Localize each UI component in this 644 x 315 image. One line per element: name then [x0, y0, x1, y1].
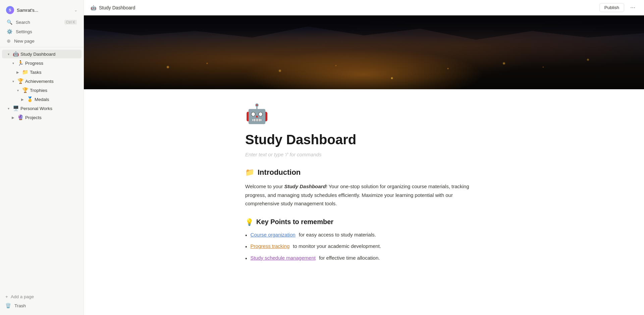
- workspace-avatar: S: [6, 6, 14, 14]
- sidebar: S Samrat's... ⌄ 🔍 Search Ctrl K ⚙️ Setti…: [0, 0, 84, 315]
- projects-icon: 🔮: [17, 114, 24, 120]
- settings-label: Settings: [16, 29, 32, 34]
- add-page-button[interactable]: + Add a page: [0, 293, 84, 301]
- collapse-icon[interactable]: ▾: [10, 78, 16, 84]
- medals-icon: 🥇: [27, 96, 33, 102]
- search-label: Search: [16, 20, 30, 25]
- collapse-icon[interactable]: ▾: [10, 60, 16, 66]
- progress-tracking-text: to monitor your academic development.: [293, 242, 381, 250]
- collapse-icon[interactable]: ▾: [5, 51, 11, 57]
- expand-icon[interactable]: ▶: [10, 114, 16, 120]
- list-item: Progress tracking to monitor your academ…: [245, 242, 483, 251]
- intro-bold-text: Study Dashboard: [284, 183, 326, 189]
- sidebar-item-label: Tasks: [30, 70, 78, 75]
- page-content[interactable]: 🤖 Study Dashboard Enter text or type '/'…: [84, 15, 644, 315]
- hero-banner: [84, 15, 644, 89]
- sidebar-bottom: + Add a page 🗑️ Trash: [0, 291, 84, 312]
- trash-button[interactable]: 🗑️ Trash: [0, 301, 84, 310]
- gear-icon: ⚙️: [7, 29, 12, 34]
- personal-works-icon: 🖥️: [13, 105, 19, 111]
- course-org-link[interactable]: Course organization: [251, 231, 296, 239]
- achievements-icon: 🏆: [17, 78, 24, 84]
- collapse-icon[interactable]: ▾: [15, 87, 21, 93]
- workspace-name: Samrat's...: [17, 8, 71, 13]
- main-content: 🤖 Study Dashboard Publish ··· 🤖 Study Da…: [84, 0, 644, 315]
- trash-icon: 🗑️: [5, 303, 11, 308]
- sidebar-item-label: Progress: [25, 61, 78, 66]
- schedule-mgmt-link[interactable]: Study schedule management: [251, 254, 316, 262]
- nav-tree: ▾ 🤖 Study Dashboard ▾ 🏃 Progress ▶ 📁 Tas…: [0, 49, 84, 291]
- progress-icon: 🏃: [17, 60, 24, 66]
- collapse-icon[interactable]: ▾: [5, 105, 11, 111]
- publish-button[interactable]: Publish: [599, 3, 624, 12]
- sidebar-item-label: Medals: [35, 97, 78, 102]
- page-body: 🤖 Study Dashboard Enter text or type '/'…: [213, 89, 515, 292]
- expand-icon[interactable]: ▶: [19, 96, 25, 102]
- topbar-page-title: Study Dashboard: [99, 5, 135, 10]
- new-page-label: New page: [14, 39, 35, 44]
- plus-icon: +: [5, 294, 8, 299]
- sidebar-item-trophies[interactable]: ▾ 🏆 Trophies: [2, 86, 82, 95]
- sidebar-item-label: Study Dashboard: [20, 52, 78, 57]
- lightbulb-icon: 💡: [245, 218, 254, 226]
- sidebar-item-achievements[interactable]: ▾ 🏆 Achievements: [2, 77, 82, 86]
- key-points-heading-text: Key Points to remember: [256, 218, 333, 226]
- folder-icon: 📁: [245, 168, 254, 177]
- workspace-switcher[interactable]: S Samrat's... ⌄: [3, 4, 81, 16]
- page-placeholder[interactable]: Enter text or type '/' for commands: [245, 152, 483, 157]
- sidebar-item-label: Projects: [25, 115, 78, 120]
- sidebar-item-study-dashboard[interactable]: ▾ 🤖 Study Dashboard: [2, 50, 82, 58]
- sidebar-item-personal-works[interactable]: ▾ 🖥️ Personal Works: [2, 104, 82, 113]
- schedule-mgmt-text: for effective time allocation.: [319, 254, 380, 262]
- sidebar-item-label: Achievements: [25, 79, 78, 84]
- progress-tracking-link[interactable]: Progress tracking: [251, 242, 290, 250]
- key-points-list: Course organization for easy access to s…: [245, 231, 483, 263]
- intro-text: Welcome to your Study Dashboard! Your on…: [245, 182, 483, 208]
- course-org-text: for easy access to study materials.: [299, 231, 376, 239]
- settings-button[interactable]: ⚙️ Settings: [2, 27, 82, 36]
- topbar-page-icon: 🤖: [91, 5, 96, 10]
- intro-heading: 📁 Introduction: [245, 168, 483, 177]
- study-dashboard-icon: 🤖: [13, 51, 19, 57]
- topbar: 🤖 Study Dashboard Publish ···: [84, 0, 644, 15]
- search-icon: 🔍: [7, 19, 12, 25]
- topbar-title: 🤖 Study Dashboard: [91, 5, 135, 10]
- trash-label: Trash: [14, 303, 26, 308]
- sidebar-item-label: Trophies: [30, 88, 78, 93]
- list-item: Course organization for easy access to s…: [245, 231, 483, 240]
- search-shortcut: Ctrl K: [64, 20, 77, 24]
- hero-banner-inner: [84, 15, 644, 89]
- sidebar-item-medals[interactable]: ▶ 🥇 Medals: [2, 95, 82, 104]
- sidebar-item-label: Personal Works: [20, 106, 78, 111]
- plus-circle-icon: ⊕: [7, 38, 11, 44]
- key-points-heading: 💡 Key Points to remember: [245, 218, 483, 226]
- more-options-button[interactable]: ···: [628, 3, 637, 12]
- intro-heading-text: Introduction: [258, 168, 301, 177]
- add-page-label: Add a page: [11, 294, 34, 299]
- topbar-actions: Publish ···: [599, 3, 637, 12]
- sidebar-item-projects[interactable]: ▶ 🔮 Projects: [2, 113, 82, 122]
- list-item: Study schedule management for effective …: [245, 254, 483, 263]
- search-button[interactable]: 🔍 Search Ctrl K: [2, 18, 82, 27]
- intro-text-before: Welcome to your: [245, 183, 284, 189]
- chevron-down-icon: ⌄: [74, 8, 77, 12]
- sidebar-item-progress[interactable]: ▾ 🏃 Progress: [2, 59, 82, 67]
- page-icon: 🤖: [245, 103, 483, 125]
- sidebar-item-tasks[interactable]: ▶ 📁 Tasks: [2, 68, 82, 76]
- page-title: Study Dashboard: [245, 132, 483, 148]
- trophies-icon: 🏆: [22, 87, 29, 93]
- tasks-icon: 📁: [22, 69, 29, 75]
- new-page-button[interactable]: ⊕ New page: [2, 37, 82, 45]
- expand-icon[interactable]: ▶: [15, 69, 21, 75]
